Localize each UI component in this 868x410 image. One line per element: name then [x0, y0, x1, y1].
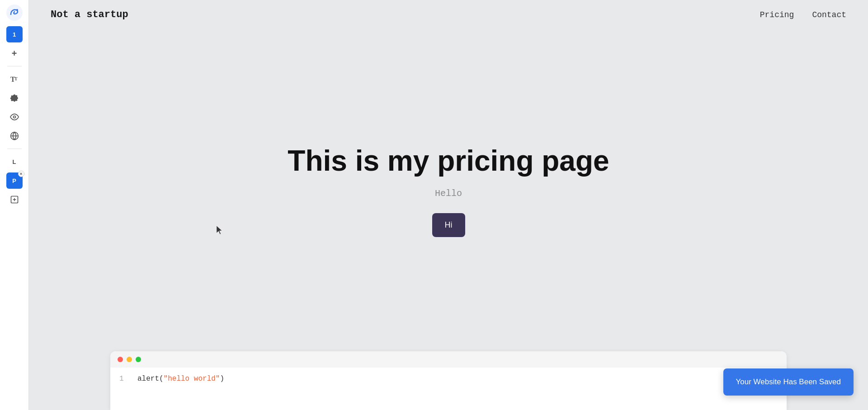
line-number: 1	[119, 375, 127, 383]
hero-section: This is my pricing page Hello Hi	[29, 11, 868, 351]
hero-title: This is my pricing page	[288, 144, 609, 177]
code-string: "hello world"	[164, 375, 220, 383]
app-logo[interactable]	[6, 5, 23, 21]
code-panel-body: 1 alert("hello world")	[110, 368, 787, 390]
toast-notification: Your Website Has Been Saved	[723, 368, 854, 396]
sidebar-preview-icon[interactable]	[6, 109, 23, 125]
svg-text:T: T	[14, 76, 18, 81]
code-line-1: 1 alert("hello world")	[119, 375, 778, 383]
sidebar-settings-icon[interactable]	[6, 90, 23, 106]
sidebar-tab-L[interactable]: L	[6, 154, 23, 170]
sidebar-tab-1[interactable]: 1	[6, 26, 23, 42]
traffic-light-yellow	[127, 357, 132, 362]
tab-close-badge[interactable]: ✕	[18, 171, 24, 177]
svg-point-0	[6, 5, 23, 21]
code-panel-header	[110, 351, 787, 368]
svg-point-4	[13, 116, 15, 118]
hero-subtitle: Hello	[435, 188, 462, 199]
code-content: alert("hello world")	[137, 375, 224, 383]
sidebar-globe-icon[interactable]	[6, 128, 23, 144]
sidebar-typography-icon[interactable]: T T	[6, 71, 23, 87]
hero-button[interactable]: Hi	[432, 213, 465, 237]
sidebar-divider-1	[7, 66, 22, 66]
sidebar-tab-P[interactable]: P ✕	[6, 172, 23, 189]
sidebar-divider-2	[7, 149, 22, 149]
code-prefix: alert(	[137, 375, 164, 383]
toast-message: Your Website Has Been Saved	[736, 377, 841, 386]
preview-area: Not a startup Pricing Contact This is my…	[29, 0, 868, 410]
code-suffix: )	[220, 375, 224, 383]
main-content: Not a startup Pricing Contact This is my…	[29, 0, 868, 410]
sidebar-add-tab[interactable]: +	[6, 45, 23, 61]
code-panel: 1 alert("hello world")	[110, 351, 787, 410]
svg-point-1	[16, 9, 18, 11]
traffic-light-green	[136, 357, 141, 362]
sidebar: 1 + T T L	[0, 0, 29, 410]
traffic-light-red	[118, 357, 123, 362]
sidebar-add-page[interactable]	[6, 191, 23, 208]
